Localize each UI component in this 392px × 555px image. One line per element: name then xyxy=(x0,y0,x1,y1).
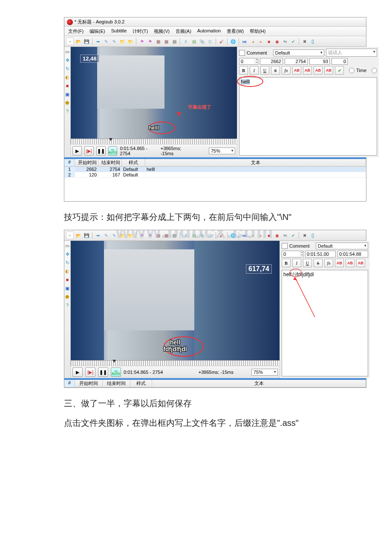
color2-button[interactable]: AB xyxy=(346,259,355,267)
video-preview[interactable]: 617,74 hell fdfjdlfjdl xyxy=(71,241,280,360)
color3-button[interactable]: AB xyxy=(356,259,365,267)
wand-icon[interactable]: ✎ xyxy=(103,38,110,45)
wand-icon[interactable]: ✎ xyxy=(103,232,110,239)
rotate-z-tool-icon[interactable]: ↻ xyxy=(64,66,70,72)
rotate-xy-tool-icon[interactable]: ◐ xyxy=(64,268,70,274)
seek-fwd-icon[interactable]: ▸ xyxy=(257,38,264,45)
menu-audio[interactable]: 音频(A) xyxy=(173,28,193,35)
grid-row[interactable]: 2 120 167 Default xyxy=(64,172,366,178)
underline-button[interactable]: U xyxy=(303,259,312,267)
brush-icon[interactable]: 🖌 xyxy=(218,232,225,239)
move-tool-icon[interactable]: ✥ xyxy=(64,251,70,257)
seek-back-icon[interactable]: ◂ xyxy=(249,232,256,239)
play-line-button[interactable]: [▶] xyxy=(85,367,95,377)
play-line-button[interactable]: [▶] xyxy=(84,146,94,156)
end-time-input[interactable]: 2754 xyxy=(285,58,308,65)
rotate-z-tool-icon[interactable]: ↻ xyxy=(64,260,70,266)
menu-help[interactable]: 帮助(H) xyxy=(248,28,268,35)
open-file-icon[interactable]: 📂 xyxy=(75,232,82,239)
brackets-icon[interactable]: {} xyxy=(309,38,316,45)
menu-edit[interactable]: 编辑(E) xyxy=(87,28,107,35)
wand2-icon[interactable]: ✎ xyxy=(111,38,118,45)
menu-file[interactable]: 文件(F) xyxy=(66,28,86,35)
video-seekbar[interactable] xyxy=(71,139,237,144)
arrow-right-icon[interactable]: ➡ xyxy=(95,38,101,45)
font-icon[interactable]: 🗋 xyxy=(207,232,213,239)
font-icon[interactable]: 🗋 xyxy=(207,38,213,45)
stop-icon[interactable]: ■ xyxy=(265,232,272,239)
clip-tool-icon[interactable]: ▣ xyxy=(64,91,70,97)
margin-input[interactable]: 0 xyxy=(331,58,348,65)
zoom-select[interactable]: 75% xyxy=(251,369,278,376)
menu-view[interactable]: 查看(W) xyxy=(225,28,246,35)
start-time-input[interactable]: 0:01:51.00 xyxy=(305,251,336,257)
play-button[interactable]: ▶ xyxy=(72,146,82,156)
bold-button[interactable]: B xyxy=(239,66,248,75)
subtitle-text-input[interactable]: helll xyxy=(239,77,377,156)
comment-checkbox[interactable] xyxy=(282,243,288,249)
color4-button[interactable]: AB xyxy=(324,66,333,75)
style-icon[interactable]: S xyxy=(182,38,189,45)
video-preview[interactable]: 12,48 字幕出现了 ➤ helll xyxy=(71,47,237,139)
brackets-icon[interactable]: {} xyxy=(309,232,316,239)
fontname-button[interactable]: fn xyxy=(282,66,291,75)
seek-back-icon[interactable]: ◂ xyxy=(249,38,256,45)
style-select[interactable]: Default xyxy=(273,49,324,56)
time-radio[interactable] xyxy=(349,68,355,73)
autoscroll-button[interactable]: ▭AUTO xyxy=(111,367,121,377)
wand2-icon[interactable]: ✎ xyxy=(111,232,118,239)
tools-icon[interactable]: ✖ xyxy=(301,232,308,239)
attach-icon[interactable]: 📎 xyxy=(199,232,205,239)
menubar[interactable]: 文件(F) 编辑(E) Subtitle 计时(T) 视频(V) 音频(A) A… xyxy=(64,27,366,36)
grid3-icon[interactable]: ▤ xyxy=(171,232,178,239)
check-icon[interactable]: ✔ xyxy=(290,38,297,45)
open-video-icon[interactable]: 📁 xyxy=(119,38,126,45)
strike-button[interactable]: S xyxy=(314,259,323,267)
flag1-icon[interactable]: ⚑ xyxy=(138,38,145,45)
comment-checkbox[interactable] xyxy=(239,50,245,56)
move-tool-icon[interactable]: ✥ xyxy=(64,57,70,63)
fontname-button[interactable]: fn xyxy=(324,259,333,267)
seek-start-icon[interactable]: ⏮ xyxy=(241,232,248,239)
duration-input[interactable]: 93 xyxy=(309,58,330,65)
subtitle-grid[interactable]: # 开始时间 结束时间 样式 文本 xyxy=(64,379,366,387)
attach-icon[interactable]: 📎 xyxy=(199,38,205,45)
globe-icon[interactable]: 🌐 xyxy=(230,232,236,239)
help-tool-icon[interactable]: ? xyxy=(64,302,70,308)
menu-video[interactable]: 视频(V) xyxy=(152,28,172,35)
flag2-icon[interactable]: ⚑ xyxy=(147,232,153,239)
shift-icon[interactable]: ⇆ xyxy=(282,232,288,239)
grid3-icon[interactable]: ▤ xyxy=(171,38,178,45)
list-icon[interactable]: ▤ xyxy=(190,232,197,239)
shift-icon[interactable]: ⇆ xyxy=(282,38,288,45)
seek-start-icon[interactable]: ⏮ xyxy=(241,38,248,45)
flag1-icon[interactable]: ⚑ xyxy=(138,232,145,239)
pause-button[interactable]: ❚❚ xyxy=(98,367,108,377)
actor-select[interactable]: 说话人 xyxy=(326,49,377,57)
save-file-icon[interactable]: 💾 xyxy=(83,38,90,45)
open-file-icon[interactable]: 📂 xyxy=(75,38,82,45)
std-tool-icon[interactable]: ▭ xyxy=(64,49,70,55)
vector-clip-tool-icon[interactable]: ⬟ xyxy=(64,100,70,106)
end-time-input[interactable]: 0:01:54.88 xyxy=(337,251,368,257)
clip-tool-icon[interactable]: ▣ xyxy=(64,285,70,291)
stop-icon[interactable]: ■ xyxy=(265,38,272,45)
color2-button[interactable]: AB xyxy=(303,66,312,75)
open-audio-icon[interactable]: 📁 xyxy=(127,38,134,45)
check-icon[interactable]: ✔ xyxy=(290,232,297,239)
bold-button[interactable]: B xyxy=(282,259,291,267)
new-file-icon[interactable]: ▫ xyxy=(66,231,74,239)
help-tool-icon[interactable]: ? xyxy=(64,108,70,114)
style-icon[interactable]: S xyxy=(182,232,189,239)
color1-button[interactable]: AB xyxy=(292,66,301,75)
pause-button[interactable]: ❚❚ xyxy=(96,146,106,156)
tools-icon[interactable]: ✖ xyxy=(301,38,308,45)
list-icon[interactable]: ▤ xyxy=(190,38,197,45)
italic-button[interactable]: I xyxy=(292,259,301,267)
menu-automation[interactable]: Automation xyxy=(195,28,223,35)
arrow-right-icon[interactable]: ➡ xyxy=(95,232,101,239)
style-select[interactable]: Default xyxy=(316,243,368,249)
autoscroll-button[interactable]: ▭AUTO xyxy=(108,146,118,156)
open-video-icon[interactable]: 📁 xyxy=(119,232,126,239)
rotate-xy-tool-icon[interactable]: ◐ xyxy=(64,74,70,80)
